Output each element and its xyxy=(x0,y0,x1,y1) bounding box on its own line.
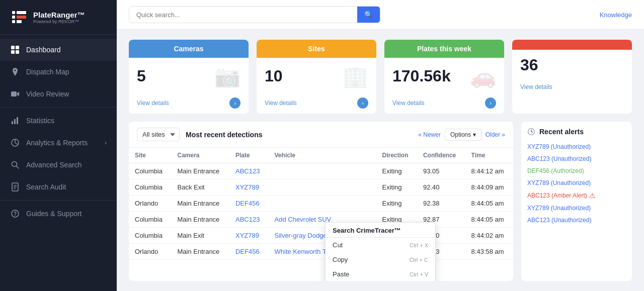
cameras-view-details[interactable]: View details xyxy=(137,100,169,107)
alert-item[interactable]: ABC123 (Amber Alert)⚠ xyxy=(527,189,626,202)
svg-rect-12 xyxy=(12,121,13,124)
alerts-header: Recent alerts xyxy=(527,128,626,136)
svg-rect-5 xyxy=(17,16,26,19)
cell-plate[interactable]: XYZ789 xyxy=(229,228,269,244)
alert-text: XYZ789 (Unauthorized) xyxy=(527,179,591,186)
detections-panel: Search CrimeTracer™ Cut Ctrl + X Copy Ct… xyxy=(129,122,513,281)
plates-value: 170.56k xyxy=(392,67,451,85)
cell-camera: Main Entrance xyxy=(172,212,229,228)
cell-site: Orlando xyxy=(129,196,172,212)
table-row: Orlando Main Entrance DEF456 Exiting 92.… xyxy=(129,196,513,212)
alert-item[interactable]: XYZ789 (Unauthorized) xyxy=(527,202,626,214)
cell-time: 8:44:12 am xyxy=(465,163,513,179)
alert-text: ABC123 (Unauthorized) xyxy=(527,155,591,162)
col-vehicle: Vehicle xyxy=(269,148,376,163)
logo-area: PlateRanger™ Powered by REKOR™ xyxy=(0,0,117,35)
sidebar-item-video-review[interactable]: Video Review xyxy=(0,83,117,105)
sidebar-item-label: Guides & Support xyxy=(26,210,82,218)
cell-vehicle xyxy=(269,179,376,196)
knowledge-link[interactable]: Knowledge xyxy=(600,11,632,19)
alert-text: DEF456 (Authorized) xyxy=(527,167,584,174)
search-button[interactable]: 🔍 xyxy=(357,7,380,23)
clock-icon xyxy=(527,128,535,136)
sidebar-item-statistics[interactable]: Statistics xyxy=(0,110,117,132)
chevron-right-icon: › xyxy=(105,139,107,146)
plates-details-btn[interactable]: › xyxy=(485,98,496,109)
col-site: Site xyxy=(129,148,172,163)
context-menu-search[interactable]: Search CrimeTracer™ xyxy=(326,223,435,238)
sidebar-item-label: Dashboard xyxy=(26,46,61,54)
stat-card-header-extra xyxy=(512,40,632,50)
cell-site: Columbia xyxy=(129,212,172,228)
header: 🔍 Knowledge xyxy=(117,0,644,30)
audit-icon xyxy=(10,182,20,192)
cell-plate[interactable]: DEF456 xyxy=(229,244,269,260)
stat-card-extra: 36 View details xyxy=(512,40,632,114)
context-menu-paste[interactable]: Paste Ctrl + V xyxy=(326,267,435,281)
map-icon xyxy=(10,67,20,77)
cell-time: 8:43:58 am xyxy=(465,244,513,260)
svg-rect-11 xyxy=(11,91,17,96)
sidebar-item-guides-support[interactable]: ? Guides & Support xyxy=(0,203,117,225)
cell-direction: Exiting xyxy=(376,179,417,196)
video-icon xyxy=(10,89,20,99)
cell-confidence: 92.40 xyxy=(417,179,465,196)
alert-item[interactable]: XYZ789 (Unauthorized) xyxy=(527,141,626,153)
alert-text: XYZ789 (Unauthorized) xyxy=(527,143,591,150)
context-menu-copy[interactable]: Copy Ctrl + C xyxy=(326,252,435,267)
table-row: Columbia Main Entrance ABC123 Exiting 93… xyxy=(129,163,513,179)
older-button[interactable]: Older » xyxy=(486,131,505,138)
cell-time: 8:44:09 am xyxy=(465,179,513,196)
extra-view-details[interactable]: View details xyxy=(520,83,552,90)
svg-rect-3 xyxy=(12,20,15,23)
stat-card-header-cameras: Cameras xyxy=(129,40,249,58)
svg-text:?: ? xyxy=(14,211,17,217)
cameras-details-btn[interactable]: › xyxy=(229,98,240,109)
col-plate: Plate xyxy=(229,148,269,163)
alert-item[interactable]: ABC123 (Unauthorized) xyxy=(527,214,626,226)
sidebar: PlateRanger™ Powered by REKOR™ Dashboard… xyxy=(0,0,117,291)
svg-rect-9 xyxy=(11,50,15,54)
extra-value: 36 xyxy=(520,56,538,74)
svg-rect-4 xyxy=(17,11,26,14)
context-menu-cut[interactable]: Cut Ctrl + X xyxy=(326,238,435,252)
cameras-value: 5 xyxy=(137,67,146,85)
cell-plate[interactable]: ABC123 xyxy=(229,163,269,179)
stat-card-sites: Sites 10 🏢 View details › xyxy=(257,40,376,114)
cell-camera: Main Entrance xyxy=(172,196,229,212)
amber-icon: ⚠ xyxy=(589,191,596,200)
cell-plate[interactable]: ABC123 xyxy=(229,212,269,228)
alert-item[interactable]: ABC123 (Unauthorized) xyxy=(527,153,626,165)
alert-item[interactable]: DEF456 (Authorized) xyxy=(527,165,626,177)
cell-site: Columbia xyxy=(129,163,172,179)
sidebar-item-dashboard[interactable]: Dashboard xyxy=(0,39,117,61)
cell-confidence: 93.05 xyxy=(417,163,465,179)
cell-plate[interactable]: XYZ789 xyxy=(229,179,269,196)
cell-direction: Exiting xyxy=(376,163,417,179)
sidebar-item-advanced-search[interactable]: Advanced Search xyxy=(0,154,117,176)
cell-camera: Back Exit xyxy=(172,179,229,196)
table-row: Columbia Main Entrance ABC123 Add Chevro… xyxy=(129,212,513,228)
options-button[interactable]: Options ▾ xyxy=(445,129,481,141)
search-input[interactable] xyxy=(129,7,357,23)
cell-plate[interactable]: DEF456 xyxy=(229,196,269,212)
newer-button[interactable]: « Newer xyxy=(418,131,441,138)
cell-camera: Main Entrance xyxy=(172,163,229,179)
cell-site: Columbia xyxy=(129,228,172,244)
context-menu: Search CrimeTracer™ Cut Ctrl + X Copy Ct… xyxy=(325,222,436,281)
help-icon: ? xyxy=(10,209,20,219)
site-select[interactable]: All sites xyxy=(137,128,180,141)
search-icon xyxy=(10,160,20,170)
plates-view-details[interactable]: View details xyxy=(392,100,425,107)
table-row: Columbia Main Exit XYZ789 Silver-gray Do… xyxy=(129,228,513,244)
alert-item[interactable]: XYZ789 (Unauthorized) xyxy=(527,177,626,189)
sidebar-item-search-audit[interactable]: Search Audit xyxy=(0,176,117,198)
sites-view-details[interactable]: View details xyxy=(265,100,297,107)
sidebar-item-label: Advanced Search xyxy=(26,161,82,169)
sidebar-item-analytics-reports[interactable]: Analytics & Reports › xyxy=(0,132,117,154)
sidebar-item-dispatch-map[interactable]: Dispatch Map xyxy=(0,61,117,83)
sidebar-item-label: Video Review xyxy=(26,90,69,98)
camera-icon: 📷 xyxy=(214,64,240,88)
nav-menu: Dashboard Dispatch Map Video Review Stat… xyxy=(0,35,117,291)
sites-details-btn[interactable]: › xyxy=(357,98,368,109)
